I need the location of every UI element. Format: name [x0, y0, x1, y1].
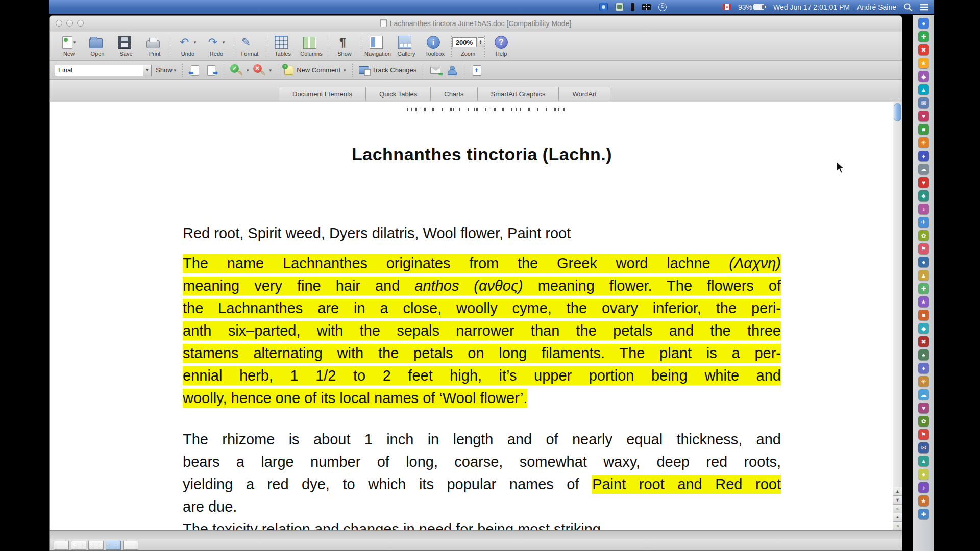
scrollbar-buttons: ▲ ▼ « ● »	[893, 487, 902, 530]
app-icon[interactable]: ✚	[918, 31, 929, 42]
input-language-flag[interactable]	[723, 3, 731, 12]
accept-change-button[interactable]: ✓✎	[230, 64, 242, 77]
volume-icon[interactable]	[706, 3, 716, 12]
horizontal-scrollbar[interactable]	[50, 530, 902, 539]
show-menu[interactable]: Show ▾	[156, 66, 176, 74]
app-icon[interactable]: ☀	[918, 376, 929, 387]
reject-change-button[interactable]: ✕✎	[253, 64, 265, 77]
time-machine-icon[interactable]: ↻	[658, 3, 667, 12]
app-icon[interactable]: ▲	[918, 270, 929, 281]
vertical-scroll-thumb[interactable]	[894, 103, 901, 121]
draft-view-button[interactable]	[54, 541, 69, 550]
spotlight-search-icon[interactable]	[903, 3, 913, 12]
app-icon[interactable]: ⚑	[918, 243, 929, 254]
toolbar-help[interactable]: ? Help	[487, 35, 516, 57]
app-icon[interactable]: ✈	[918, 217, 929, 228]
gallery-tab[interactable]: Charts	[431, 87, 477, 101]
app-icon[interactable]: ◆	[918, 71, 929, 82]
app-icon[interactable]: ♦	[918, 151, 929, 161]
next-change-button[interactable]	[205, 64, 217, 77]
gallery-tab[interactable]: WordArt	[559, 87, 610, 101]
app-icon[interactable]: ✚	[918, 509, 929, 519]
body-line: are due.	[183, 498, 781, 515]
app-icon[interactable]: ✖	[918, 336, 929, 347]
wifi-icon[interactable]	[690, 3, 699, 12]
blue-app-icon[interactable]	[599, 3, 608, 12]
menu-bar-user[interactable]: André Saine	[857, 3, 896, 11]
app-icon[interactable]: ✿	[918, 416, 929, 427]
previous-change-button[interactable]	[189, 64, 201, 77]
app-icon[interactable]: ♦	[918, 363, 929, 373]
app-icon[interactable]: ☁	[918, 389, 929, 400]
app-icon[interactable]: ✉	[918, 442, 929, 453]
gallery-tab[interactable]: Document Elements	[279, 87, 366, 101]
scrollbar-button[interactable]: «	[893, 504, 902, 513]
menu-bar-clock[interactable]: Wed Jun 17 2:01:01 PM	[773, 3, 850, 11]
app-icon[interactable]: ☀	[918, 137, 929, 148]
publishing-view-button[interactable]	[88, 541, 104, 550]
istat-menu-icon[interactable]	[631, 3, 634, 12]
app-icon[interactable]: ●	[918, 18, 929, 29]
notification-list-icon[interactable]	[920, 3, 929, 12]
toolbar-zoom[interactable]: 200% ▲▼ Zoom	[454, 35, 482, 57]
app-icon[interactable]: ●	[918, 469, 929, 480]
bluetooth-icon[interactable]	[674, 3, 683, 12]
app-icon[interactable]: ■	[918, 310, 929, 320]
scrollbar-button[interactable]: ▼	[893, 495, 902, 504]
share-document-button[interactable]	[471, 64, 483, 77]
accept-change-dropdown[interactable]: ▾	[247, 68, 249, 73]
highlighted-line: stamens alternating with the petals on l…	[183, 345, 781, 362]
traffic-lights	[56, 20, 84, 27]
author-button[interactable]	[446, 64, 458, 77]
app-icon[interactable]: ★	[918, 296, 929, 307]
app-icon[interactable]: ★	[918, 58, 929, 68]
app-icon[interactable]: ☁	[918, 164, 929, 174]
highlighted-line: ennial herb, 1 1/2 to 2 feet high, it’s …	[183, 367, 781, 384]
zoom-window-button[interactable]	[77, 20, 84, 27]
scrollbar-button[interactable]: »	[893, 521, 902, 530]
print-layout-view-button[interactable]	[106, 541, 121, 550]
app-icon[interactable]: ▲	[918, 84, 929, 95]
reject-change-dropdown[interactable]: ▾	[270, 68, 272, 73]
app-icon[interactable]: ♪	[918, 482, 929, 493]
scrollbar-button[interactable]: ●	[893, 513, 902, 521]
notebook-view-button[interactable]	[123, 541, 138, 550]
standard-toolbar: ▾ New ▾ Open	[50, 32, 902, 61]
app-icon[interactable]: ✿	[918, 230, 929, 241]
battery-indicator[interactable]: 93%	[738, 3, 766, 11]
close-button[interactable]	[56, 20, 62, 27]
app-icon[interactable]: ♥	[918, 111, 929, 121]
app-icon[interactable]: ♣	[918, 190, 929, 201]
combo-dropdown-arrow: ▼	[143, 65, 151, 76]
app-icon[interactable]: ♪	[918, 204, 929, 214]
mail-icon	[430, 67, 440, 74]
track-changes-toggle[interactable]: Track Changes	[359, 66, 417, 74]
app-icon[interactable]: ●	[918, 257, 929, 267]
send-mail-button[interactable]	[429, 64, 442, 77]
gallery-tab[interactable]: SmartArt Graphics	[478, 87, 559, 101]
app-icon[interactable]: ♥	[918, 177, 929, 188]
app-icon[interactable]: ⚑	[918, 429, 929, 440]
app-icon[interactable]: ▲	[918, 456, 929, 466]
app-icon[interactable]: ♥	[918, 403, 929, 413]
new-comment-button[interactable]: + New Comment ▾	[284, 66, 346, 75]
app-icon[interactable]: ◆	[918, 323, 929, 334]
app-icon[interactable]: ✖	[918, 44, 929, 55]
display-for-review-combo[interactable]: Final ▼	[55, 65, 152, 76]
vertical-scrollbar[interactable]: ▲ ▼ « ● »	[893, 102, 902, 530]
app-icon[interactable]: ✚	[918, 283, 929, 294]
outline-view-button[interactable]	[71, 541, 86, 550]
minimize-button[interactable]	[66, 20, 73, 27]
keyboard-icon[interactable]	[642, 3, 651, 12]
window-titlebar[interactable]: Lachnanthes tinctora June15AS.doc [Compa…	[50, 16, 902, 31]
app-icon[interactable]: ■	[918, 124, 929, 135]
green-app-icon[interactable]	[615, 3, 624, 12]
zoom-value[interactable]: 200%	[452, 37, 477, 47]
zoom-stepper[interactable]: ▲▼	[478, 37, 484, 47]
scrollbar-button[interactable]: ▲	[893, 487, 902, 495]
app-icon[interactable]: ✉	[918, 97, 929, 108]
gallery-tab[interactable]: Quick Tables	[366, 87, 431, 101]
app-icon[interactable]: ★	[918, 495, 929, 506]
document-canvas[interactable]: Lachnanthes tinctoria (Lachn.) Red root,…	[50, 102, 902, 530]
app-icon[interactable]: ♠	[918, 349, 929, 360]
